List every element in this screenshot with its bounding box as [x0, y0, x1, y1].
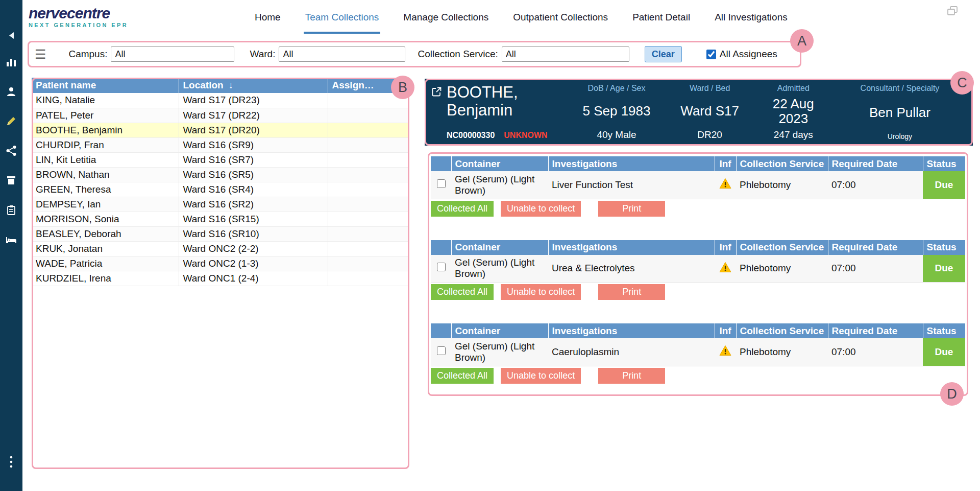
- patient-assignee-cell[interactable]: [328, 182, 409, 197]
- collection-service-input[interactable]: [502, 46, 629, 62]
- patient-row[interactable]: MORRISON, SoniaWard S16 (SR15): [32, 212, 409, 226]
- unable-to-collect-button[interactable]: Unable to collect: [501, 284, 581, 300]
- patient-row[interactable]: CHURDIP, FranWard S16 (SR9): [32, 137, 409, 152]
- patient-location-cell[interactable]: Ward S16 (SR5): [179, 167, 328, 182]
- patient-row[interactable]: GREEN, TheresaWard S16 (SR4): [32, 182, 409, 197]
- patient-assignee-cell[interactable]: [328, 256, 409, 271]
- dob-age-sex-group: DoB / Age / Sex 5 Sep 1983 40y Male: [573, 84, 660, 141]
- patient-name-cell[interactable]: CHURDIP, Fran: [32, 137, 179, 152]
- column-header-patient-name[interactable]: Patient name: [32, 78, 179, 93]
- collapse-sidebar-icon[interactable]: [0, 29, 22, 42]
- nav-tab-all-investigations[interactable]: All Investigations: [713, 2, 789, 34]
- collected-all-button[interactable]: Collected All: [431, 368, 494, 384]
- nav-tab-team-collections[interactable]: Team Collections: [304, 2, 381, 34]
- campus-input[interactable]: [111, 46, 234, 62]
- patient-assignee-cell[interactable]: [328, 197, 409, 212]
- bed-icon[interactable]: [0, 229, 22, 250]
- all-assignees-checkbox[interactable]: [706, 50, 716, 59]
- container-icon[interactable]: [0, 170, 22, 191]
- patient-name-cell[interactable]: BROWN, Nathan: [32, 167, 179, 182]
- patient-row[interactable]: BEASLEY, DeborahWard S16 (SR10): [32, 226, 409, 241]
- patient-assignee-cell[interactable]: [328, 108, 409, 123]
- patient-row[interactable]: DEMPSEY, IanWard S16 (SR2): [32, 197, 409, 212]
- column-header-location[interactable]: Location↓: [179, 78, 328, 93]
- collection-checkbox[interactable]: [437, 263, 446, 271]
- column-header-inf: Inf: [715, 240, 736, 255]
- patient-assignee-cell[interactable]: [328, 123, 409, 137]
- menu-icon[interactable]: ☰: [35, 48, 46, 61]
- patient-assignee-cell[interactable]: [328, 271, 409, 286]
- patient-name-cell[interactable]: BEASLEY, Deborah: [32, 226, 179, 241]
- consultant-group: Consultant / Specialty Ben Pullar Urolog…: [841, 84, 959, 141]
- nav-tab-outpatient-collections[interactable]: Outpatient Collections: [511, 2, 609, 34]
- patient-name-cell[interactable]: GREEN, Theresa: [32, 182, 179, 197]
- column-header-container: Container: [451, 240, 548, 255]
- restore-window-icon[interactable]: [947, 6, 958, 17]
- patient-name-cell[interactable]: KRUK, Jonatan: [32, 241, 179, 256]
- patient-row[interactable]: KRUK, JonatanWard ONC2 (2-2): [32, 241, 409, 256]
- patient-location-cell[interactable]: Ward S17 (DR22): [179, 108, 328, 123]
- collection-service-cell: Phlebotomy: [736, 338, 828, 366]
- patient-name-cell[interactable]: MORRISON, Sonia: [32, 212, 179, 226]
- patient-location-cell[interactable]: Ward ONC2 (2-2): [179, 241, 328, 256]
- patient-assignee-cell[interactable]: [328, 167, 409, 182]
- collection-checkbox[interactable]: [437, 179, 446, 188]
- patient-name-cell[interactable]: DEMPSEY, Ian: [32, 197, 179, 212]
- patient-assignee-cell[interactable]: [328, 241, 409, 256]
- more-options-icon[interactable]: [0, 451, 22, 473]
- column-header-container: Container: [451, 323, 548, 338]
- patient-location-cell[interactable]: Ward S16 (SR9): [179, 137, 328, 152]
- patient-icon[interactable]: [0, 81, 22, 102]
- print-button[interactable]: Print: [598, 201, 665, 217]
- patient-location-cell[interactable]: Ward S16 (SR4): [179, 182, 328, 197]
- patient-name-cell[interactable]: WADE, Patricia: [32, 256, 179, 271]
- pen-icon[interactable]: [0, 110, 22, 132]
- patient-location-cell[interactable]: Ward S16 (SR10): [179, 226, 328, 241]
- patient-row[interactable]: KURDZIEL, IrenaWard ONC1 (2-4): [32, 271, 409, 286]
- collection-checkbox[interactable]: [437, 346, 446, 355]
- patient-assignee-cell[interactable]: [328, 152, 409, 167]
- patient-row[interactable]: BROWN, NathanWard S16 (SR5): [32, 167, 409, 182]
- patient-location-cell[interactable]: Ward S16 (SR7): [179, 152, 328, 167]
- patient-location-cell[interactable]: Ward ONC2 (1-3): [179, 256, 328, 271]
- collected-all-button[interactable]: Collected All: [431, 201, 494, 217]
- nav-tab-home[interactable]: Home: [253, 2, 282, 34]
- collected-all-button[interactable]: Collected All: [431, 284, 494, 300]
- unable-to-collect-button[interactable]: Unable to collect: [501, 201, 581, 217]
- network-icon[interactable]: [0, 140, 22, 161]
- print-button[interactable]: Print: [598, 368, 665, 384]
- patient-location-cell[interactable]: Ward ONC1 (2-4): [179, 271, 328, 286]
- clear-button[interactable]: Clear: [645, 46, 682, 62]
- unable-to-collect-button[interactable]: Unable to collect: [501, 368, 581, 384]
- patient-name-cell[interactable]: LIN, Kit Letitia: [32, 152, 179, 167]
- chart-icon[interactable]: [0, 51, 22, 73]
- external-link-icon[interactable]: [432, 87, 442, 141]
- column-header-required-date: Required Date: [828, 156, 923, 171]
- patient-row[interactable]: LIN, Kit LetitiaWard S16 (SR7): [32, 152, 409, 167]
- ward-input[interactable]: [279, 46, 405, 62]
- patient-name-cell[interactable]: PATEL, Peter: [32, 108, 179, 123]
- required-date-cell: 07:00: [828, 171, 923, 199]
- patient-location-cell[interactable]: Ward S16 (SR2): [179, 197, 328, 212]
- patient-name-cell[interactable]: KURDZIEL, Irena: [32, 271, 179, 286]
- patient-assignee-cell[interactable]: [328, 137, 409, 152]
- patient-row-selected[interactable]: BOOTHE, BenjaminWard S17 (DR20): [32, 123, 409, 137]
- patient-row[interactable]: WADE, PatriciaWard ONC2 (1-3): [32, 256, 409, 271]
- patient-location-cell[interactable]: Ward S17 (DR20): [179, 123, 328, 137]
- patient-location-cell[interactable]: Ward S17 (DR23): [179, 93, 328, 108]
- print-button[interactable]: Print: [598, 284, 665, 300]
- patient-name-cell[interactable]: KING, Natalie: [32, 93, 179, 108]
- patient-row[interactable]: PATEL, PeterWard S17 (DR22): [32, 108, 409, 123]
- patient-location-cell[interactable]: Ward S16 (SR15): [179, 212, 328, 226]
- patient-assignee-cell[interactable]: [328, 226, 409, 241]
- clipboard-icon[interactable]: [0, 199, 22, 221]
- all-assignees-label[interactable]: All Assignees: [720, 49, 777, 60]
- column-header-collection-service: Collection Service: [736, 240, 828, 255]
- patient-name-cell[interactable]: BOOTHE, Benjamin: [32, 123, 179, 137]
- patient-assignee-cell[interactable]: [328, 212, 409, 226]
- required-date-cell: 07:00: [828, 255, 923, 283]
- patient-row[interactable]: KING, NatalieWard S17 (DR23): [32, 93, 409, 108]
- patient-list-panel: Patient name Location↓ Assign… KING, Nat…: [32, 78, 409, 469]
- nav-tab-patient-detail[interactable]: Patient Detail: [631, 2, 692, 34]
- nav-tab-manage-collections[interactable]: Manage Collections: [402, 2, 490, 34]
